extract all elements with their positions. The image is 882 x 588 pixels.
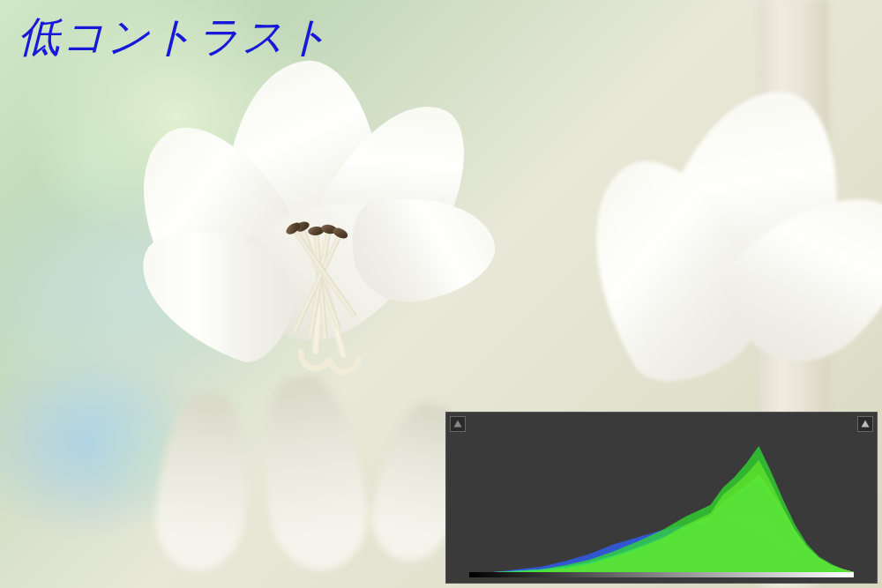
highlight-clipping-toggle[interactable] bbox=[857, 416, 873, 432]
histogram-chart bbox=[469, 432, 854, 577]
histogram-panel bbox=[445, 412, 878, 584]
triangle-up-icon bbox=[451, 417, 465, 431]
shadow-clipping-toggle[interactable] bbox=[450, 416, 466, 432]
histogram-series-green bbox=[469, 446, 854, 572]
histogram-svg bbox=[469, 432, 854, 572]
flower-primary bbox=[88, 53, 485, 361]
overlay-title: 低コントラスト bbox=[18, 9, 332, 65]
svg-marker-1 bbox=[862, 421, 870, 428]
photo-low-contrast-flowers: 低コントラスト bbox=[0, 0, 882, 588]
svg-marker-0 bbox=[454, 421, 462, 428]
flower-secondary bbox=[573, 71, 882, 423]
triangle-up-icon bbox=[858, 417, 872, 431]
